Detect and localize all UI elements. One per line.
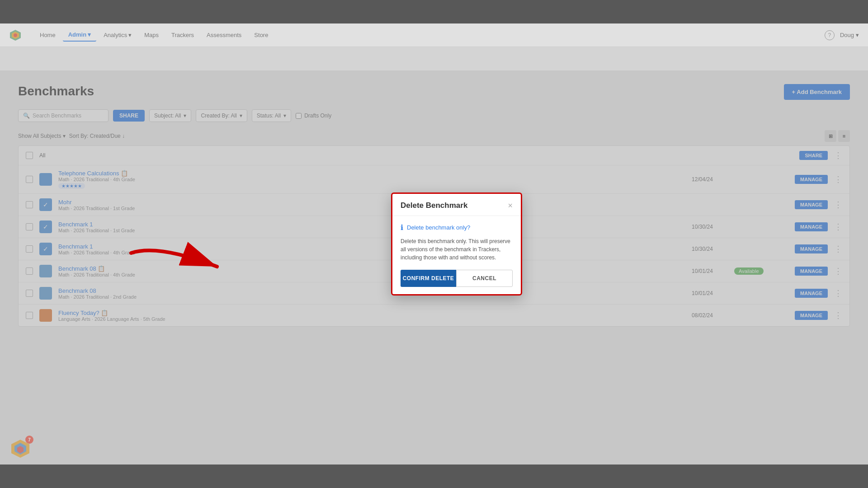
modal-description: Delete this benchmark only. This will pr… <box>401 237 513 262</box>
modal-option: ℹ Delete benchmark only? <box>401 223 513 232</box>
arrow-annotation <box>104 239 249 294</box>
modal-title: Delete Benchmark <box>401 201 467 210</box>
confirm-delete-button[interactable]: CONFIRM DELETE <box>401 270 456 287</box>
info-icon: ℹ <box>401 223 403 232</box>
delete-benchmark-modal: Delete Benchmark × ℹ Delete benchmark on… <box>391 192 522 296</box>
modal-header: Delete Benchmark × <box>392 194 521 216</box>
modal-close-button[interactable]: × <box>508 202 513 210</box>
modal-option-label[interactable]: Delete benchmark only? <box>407 224 470 231</box>
cancel-button[interactable]: CANCEL <box>456 270 513 287</box>
modal-actions: CONFIRM DELETE CANCEL <box>401 270 513 287</box>
modal-body: ℹ Delete benchmark only? Delete this ben… <box>392 216 521 294</box>
modal-overlay: Delete Benchmark × ℹ Delete benchmark on… <box>0 0 868 488</box>
